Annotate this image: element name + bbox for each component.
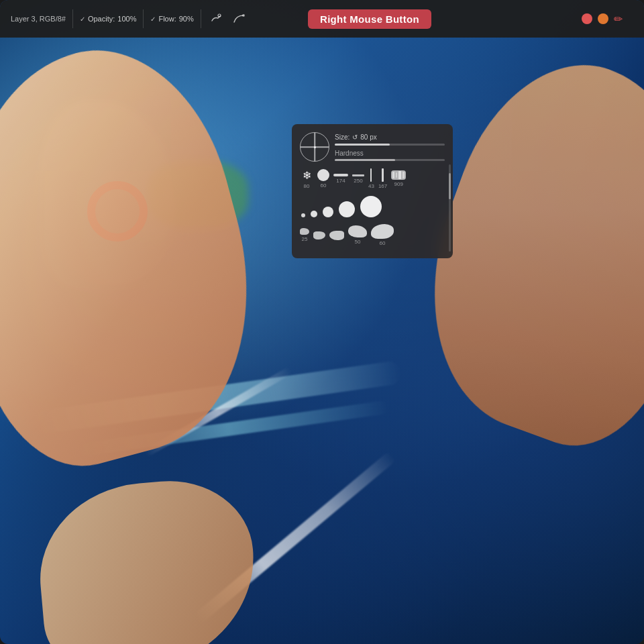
brush-irregular-2[interactable] bbox=[313, 231, 325, 239]
airbrush-icon[interactable] bbox=[208, 11, 224, 27]
circle-s bbox=[311, 211, 317, 217]
brush-grid: ❄ 80 60 174 250 bbox=[300, 168, 445, 246]
thin-line-shape bbox=[370, 168, 372, 182]
snowflake-icon: ❄ bbox=[300, 168, 313, 182]
brush-row-3: 25 50 60 bbox=[300, 224, 445, 246]
svg-rect-5 bbox=[398, 171, 401, 179]
brush-crosshair bbox=[300, 132, 329, 162]
divider-1 bbox=[72, 9, 73, 28]
opacity-check-icon: ✓ bbox=[80, 15, 85, 23]
smoothing-icon[interactable] bbox=[231, 11, 247, 27]
screen-container: Layer 3, RGB/8# ✓ Opacity: 100% ✓ Flow: … bbox=[0, 0, 644, 644]
layer-info: Layer 3, RGB/8# bbox=[11, 15, 66, 23]
flow-value: 90% bbox=[179, 15, 194, 23]
brush-label-25: 25 bbox=[302, 236, 308, 242]
irregular-2 bbox=[313, 231, 325, 239]
svg-rect-6 bbox=[402, 172, 405, 178]
irregular-3 bbox=[329, 231, 344, 240]
brush-item-thin-line[interactable]: 43 bbox=[368, 168, 374, 189]
crosshair-dot bbox=[314, 146, 316, 148]
opacity-control[interactable]: ✓ Opacity: 100% bbox=[80, 15, 137, 23]
brush-circle-s[interactable] bbox=[311, 211, 317, 217]
line-174-shape bbox=[333, 174, 348, 176]
irregular-5 bbox=[371, 224, 394, 239]
circle-xs bbox=[301, 213, 305, 217]
svg-point-1 bbox=[242, 14, 245, 17]
pencil-icon: ✏ bbox=[614, 13, 623, 25]
hardness-label: Hardness bbox=[335, 150, 445, 157]
size-value: 80 px bbox=[360, 133, 376, 141]
rmb-label: Right Mouse Button bbox=[320, 13, 419, 25]
divider-2 bbox=[143, 9, 144, 28]
circle-m bbox=[323, 207, 333, 217]
brush-picker[interactable]: Size: ↺ 80 px Hardness ❄ bbox=[292, 124, 453, 258]
brush-circle-l[interactable] bbox=[339, 201, 355, 217]
brush-circle-xl[interactable] bbox=[360, 196, 382, 217]
brush-label-174: 174 bbox=[336, 178, 345, 184]
brush-size-slider[interactable] bbox=[335, 144, 445, 146]
brush-size-label: Size: ↺ 80 px bbox=[335, 133, 445, 141]
brush-label-50: 50 bbox=[355, 239, 361, 245]
brush-item-dash-250[interactable]: 250 bbox=[352, 174, 364, 184]
brush-label-167: 167 bbox=[378, 183, 387, 189]
brush-item-snowflake[interactable]: ❄ 80 bbox=[300, 168, 313, 189]
dash-250-shape bbox=[352, 174, 364, 176]
svg-rect-3 bbox=[392, 172, 394, 178]
flow-label: Flow: bbox=[158, 15, 176, 23]
circle-size-row bbox=[300, 193, 383, 220]
flow-control[interactable]: ✓ Flow: 90% bbox=[150, 15, 193, 23]
brush-label-43: 43 bbox=[368, 183, 374, 189]
brush-label-909: 909 bbox=[394, 181, 403, 187]
brush-irregular-3[interactable] bbox=[329, 231, 344, 240]
brush-label-60: 60 bbox=[380, 240, 386, 246]
brush-circle-m[interactable] bbox=[323, 207, 333, 217]
brush-label-250: 250 bbox=[354, 178, 362, 184]
brush-item-line-174[interactable]: 174 bbox=[333, 174, 348, 184]
textured-shape bbox=[391, 170, 406, 180]
brush-row-1: ❄ 80 60 174 250 bbox=[300, 168, 445, 189]
svg-rect-4 bbox=[396, 172, 397, 178]
irregular-4 bbox=[348, 225, 367, 237]
brush-item-textured[interactable]: 909 bbox=[391, 170, 406, 187]
brush-item-circle-60[interactable]: 60 bbox=[317, 169, 329, 189]
brush-size-control: Size: ↺ 80 px Hardness bbox=[335, 133, 445, 161]
size-label-text: Size: bbox=[335, 133, 350, 141]
circle-60-shape bbox=[317, 169, 329, 181]
circle-xl bbox=[360, 196, 382, 217]
brush-irregular-4[interactable]: 50 bbox=[348, 225, 367, 245]
brush-hardness-fill bbox=[335, 159, 395, 161]
divider-3 bbox=[201, 9, 201, 28]
dot-red[interactable] bbox=[582, 13, 592, 24]
brush-hardness-slider[interactable] bbox=[335, 159, 445, 161]
toolbar-left: Layer 3, RGB/8# ✓ Opacity: 100% ✓ Flow: … bbox=[11, 9, 574, 28]
brush-irregular-5[interactable]: 60 bbox=[371, 224, 394, 246]
traffic-lights: ✏ bbox=[582, 13, 623, 25]
medium-line-shape bbox=[382, 168, 384, 182]
brush-label-80: 80 bbox=[304, 183, 310, 189]
opacity-value: 100% bbox=[117, 15, 136, 23]
brush-circle-xs[interactable] bbox=[301, 213, 305, 217]
flow-check-icon: ✓ bbox=[150, 15, 156, 23]
brush-size-fill bbox=[335, 144, 390, 146]
brush-label-60: 60 bbox=[321, 182, 327, 189]
opacity-label: Opacity: bbox=[88, 15, 115, 23]
brush-item-medium-line[interactable]: 167 bbox=[378, 168, 387, 189]
size-reset-icon[interactable]: ↺ bbox=[352, 133, 358, 141]
brush-scrollbar-thumb bbox=[449, 173, 451, 199]
irregular-1 bbox=[300, 228, 309, 235]
brush-irregular-1[interactable]: 25 bbox=[300, 228, 309, 242]
circle-l bbox=[339, 201, 355, 217]
brush-picker-top: Size: ↺ 80 px Hardness bbox=[300, 132, 445, 162]
brush-scrollbar[interactable] bbox=[449, 164, 451, 252]
dot-orange[interactable] bbox=[598, 13, 608, 24]
rmb-badge: Right Mouse Button bbox=[308, 9, 431, 29]
brush-row-2 bbox=[300, 193, 445, 220]
